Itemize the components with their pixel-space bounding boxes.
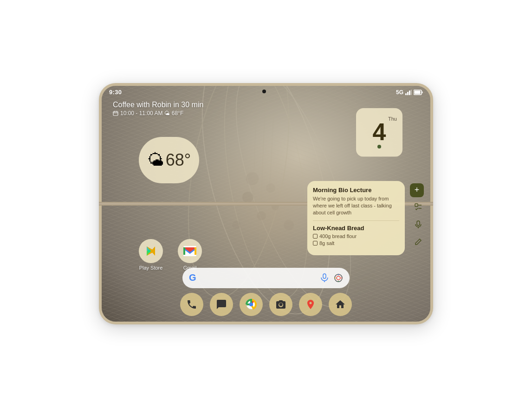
status-bar: 9:30 5G (102, 86, 430, 99)
svg-rect-33 (323, 274, 326, 278)
status-time: 9:30 (109, 89, 122, 96)
event-weather: 🌤 68°F (164, 110, 183, 116)
svg-rect-28 (417, 221, 420, 226)
svg-rect-32 (195, 247, 196, 255)
svg-line-5 (264, 86, 275, 299)
voice-search-icon[interactable] (320, 273, 329, 283)
notes-item-label-1: 400g bread flour (319, 233, 357, 239)
play-store-icon[interactable] (139, 239, 163, 263)
cal-dot (377, 145, 381, 149)
notes-title-bio: Morning Bio Lecture (313, 187, 399, 194)
pencil-icon[interactable] (413, 236, 424, 247)
svg-rect-19 (415, 90, 421, 94)
notes-widget[interactable]: Morning Bio Lecture We're going to pick … (307, 181, 405, 255)
signal-bars-icon (405, 90, 412, 95)
svg-rect-15 (407, 92, 409, 95)
dock-phone[interactable] (180, 293, 203, 316)
status-icons: 5G (396, 89, 423, 96)
gmail-icon[interactable] (178, 239, 202, 263)
event-time: 10:00 - 11:00 AM 🌤 68°F (113, 110, 203, 116)
cal-day: Thu (388, 116, 397, 122)
cal-date: 4 (373, 120, 386, 144)
search-action-icons (320, 273, 343, 283)
front-camera (262, 90, 266, 93)
svg-rect-14 (405, 93, 407, 95)
weather-widget[interactable]: 🌤 68° (139, 137, 199, 183)
svg-rect-25 (415, 204, 418, 207)
notes-add-button[interactable]: + (410, 183, 424, 197)
event-title: Coffee with Robin in 30 min (113, 101, 203, 109)
svg-rect-21 (113, 111, 118, 116)
battery-icon (414, 90, 423, 95)
svg-point-8 (257, 211, 266, 220)
notes-item-1: 400g bread flour (313, 233, 399, 239)
svg-line-4 (257, 86, 266, 299)
dock-home[interactable] (329, 293, 352, 316)
svg-point-10 (232, 221, 240, 229)
calendar-widget[interactable]: Thu 4 (356, 108, 402, 157)
svg-rect-20 (422, 91, 423, 93)
notes-item-2: 8g salt (313, 240, 399, 246)
svg-point-36 (337, 276, 340, 280)
svg-rect-31 (183, 247, 185, 255)
svg-rect-16 (409, 90, 410, 95)
app-row: Play Store Gmail (139, 239, 202, 271)
calendar-icon (113, 110, 118, 116)
weather-icon: 🌤 (147, 152, 164, 168)
microphone-icon[interactable] (413, 219, 424, 230)
notes-title-bread: Low-Knead Bread (313, 225, 399, 232)
notes-item-label-2: 8g salt (319, 240, 334, 246)
search-bar[interactable]: G (182, 268, 350, 288)
svg-rect-17 (411, 90, 412, 95)
checkbox-flour[interactable] (313, 234, 318, 239)
weather-temperature: 68° (166, 150, 191, 170)
calendar-event: Coffee with Robin in 30 min 10:00 - 11:0… (113, 101, 203, 116)
svg-line-6 (250, 86, 257, 299)
notes-text-bio: We're going to pick up today from where … (313, 195, 399, 217)
dock-camera[interactable] (269, 293, 292, 316)
svg-point-43 (249, 303, 253, 306)
svg-point-11 (284, 220, 294, 230)
dock (180, 293, 352, 316)
lens-icon[interactable] (334, 273, 343, 283)
svg-point-12 (246, 172, 259, 185)
signal-icon: 5G (396, 89, 403, 96)
dock-maps[interactable] (299, 293, 322, 316)
event-time-text: 10:00 - 11:00 AM (120, 110, 162, 116)
dock-chrome[interactable] (240, 293, 263, 316)
notes-sidebar (413, 201, 424, 247)
svg-point-7 (242, 192, 253, 203)
google-logo: G (189, 272, 196, 283)
svg-point-35 (335, 274, 342, 282)
play-store-app[interactable]: Play Store (139, 239, 163, 271)
phone-device: 9:30 5G Coffee with Robin in 30 min (99, 83, 433, 324)
checklist-icon[interactable] (413, 201, 424, 212)
gmail-app[interactable]: Gmail (178, 239, 202, 271)
notes-section-bread: Low-Knead Bread 400g bread flour 8g salt (313, 225, 399, 250)
notes-section-bio: Morning Bio Lecture We're going to pick … (313, 187, 399, 221)
checkbox-salt[interactable] (313, 241, 318, 245)
svg-point-13 (266, 183, 275, 193)
dock-messages[interactable] (210, 293, 233, 316)
play-store-label: Play Store (139, 265, 163, 271)
